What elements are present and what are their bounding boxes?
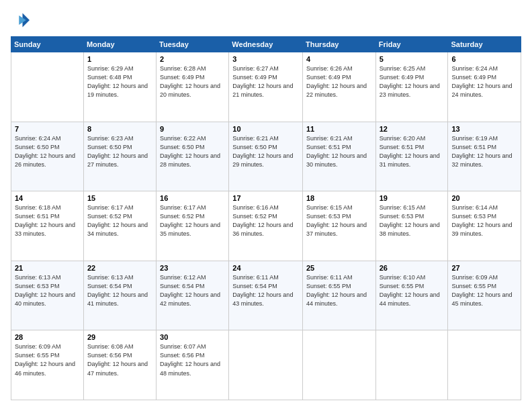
- day-info: Sunrise: 6:26 AMSunset: 6:49 PMDaylight:…: [306, 65, 367, 98]
- calendar-week-row: 21 Sunrise: 6:13 AMSunset: 6:53 PMDaylig…: [11, 261, 521, 330]
- day-number: 3: [232, 55, 299, 63]
- calendar-cell: 18 Sunrise: 6:15 AMSunset: 6:53 PMDaylig…: [302, 191, 375, 261]
- day-number: 9: [160, 125, 225, 133]
- calendar-cell: 26 Sunrise: 6:10 AMSunset: 6:55 PMDaylig…: [375, 261, 448, 330]
- day-info: Sunrise: 6:11 AMSunset: 6:55 PMDaylight:…: [306, 274, 367, 307]
- calendar-cell: 17 Sunrise: 6:16 AMSunset: 6:52 PMDaylig…: [229, 191, 303, 261]
- day-info: Sunrise: 6:28 AMSunset: 6:49 PMDaylight:…: [160, 65, 220, 98]
- calendar-cell: 2 Sunrise: 6:28 AMSunset: 6:49 PMDayligh…: [157, 52, 229, 122]
- day-info: Sunrise: 6:09 AMSunset: 6:55 PMDaylight:…: [451, 274, 512, 307]
- calendar-week-row: 14 Sunrise: 6:18 AMSunset: 6:51 PMDaylig…: [11, 191, 521, 261]
- day-info: Sunrise: 6:22 AMSunset: 6:50 PMDaylight:…: [160, 135, 220, 168]
- day-number: 23: [160, 264, 225, 272]
- calendar-week-row: 1 Sunrise: 6:29 AMSunset: 6:48 PMDayligh…: [11, 52, 521, 122]
- calendar-cell: 22 Sunrise: 6:13 AMSunset: 6:54 PMDaylig…: [83, 261, 156, 330]
- calendar-cell: 29 Sunrise: 6:08 AMSunset: 6:56 PMDaylig…: [83, 330, 156, 400]
- day-number: 4: [306, 55, 372, 63]
- day-number: 29: [87, 333, 152, 341]
- day-info: Sunrise: 6:15 AMSunset: 6:53 PMDaylight:…: [306, 204, 367, 237]
- day-number: 25: [306, 264, 372, 272]
- day-number: 24: [232, 264, 299, 272]
- calendar-cell: 8 Sunrise: 6:23 AMSunset: 6:50 PMDayligh…: [83, 122, 156, 191]
- calendar-cell: 7 Sunrise: 6:24 AMSunset: 6:50 PMDayligh…: [11, 122, 84, 191]
- day-info: Sunrise: 6:21 AMSunset: 6:50 PMDaylight:…: [232, 135, 293, 168]
- day-number: 17: [232, 194, 299, 202]
- day-info: Sunrise: 6:20 AMSunset: 6:51 PMDaylight:…: [380, 135, 440, 168]
- calendar-cell: 6 Sunrise: 6:24 AMSunset: 6:49 PMDayligh…: [448, 52, 521, 122]
- day-info: Sunrise: 6:21 AMSunset: 6:51 PMDaylight:…: [306, 135, 367, 168]
- day-number: 5: [380, 55, 445, 63]
- day-number: 30: [160, 333, 225, 341]
- calendar-cell: 21 Sunrise: 6:13 AMSunset: 6:53 PMDaylig…: [11, 261, 84, 330]
- day-number: 1: [87, 55, 152, 63]
- day-number: 16: [160, 194, 225, 202]
- calendar-cell: 1 Sunrise: 6:29 AMSunset: 6:48 PMDayligh…: [83, 52, 156, 122]
- calendar-cell: [375, 330, 448, 400]
- day-number: 6: [451, 55, 517, 63]
- col-header-thursday: Thursday: [302, 37, 375, 52]
- day-info: Sunrise: 6:23 AMSunset: 6:50 PMDaylight:…: [87, 135, 148, 168]
- calendar-cell: [448, 330, 521, 400]
- calendar-table: SundayMondayTuesdayWednesdayThursdayFrid…: [11, 36, 521, 400]
- col-header-wednesday: Wednesday: [229, 37, 303, 52]
- day-info: Sunrise: 6:14 AMSunset: 6:53 PMDaylight:…: [451, 204, 512, 237]
- day-number: 14: [15, 194, 80, 202]
- day-info: Sunrise: 6:24 AMSunset: 6:49 PMDaylight:…: [451, 65, 512, 98]
- col-header-monday: Monday: [83, 37, 156, 52]
- day-number: 18: [306, 194, 372, 202]
- calendar-cell: 9 Sunrise: 6:22 AMSunset: 6:50 PMDayligh…: [157, 122, 229, 191]
- day-info: Sunrise: 6:17 AMSunset: 6:52 PMDaylight:…: [87, 204, 148, 237]
- calendar-cell: 10 Sunrise: 6:21 AMSunset: 6:50 PMDaylig…: [229, 122, 303, 191]
- calendar-cell: 3 Sunrise: 6:27 AMSunset: 6:49 PMDayligh…: [229, 52, 303, 122]
- logo: [11, 11, 32, 30]
- calendar-cell: 5 Sunrise: 6:25 AMSunset: 6:49 PMDayligh…: [375, 52, 448, 122]
- day-number: 8: [87, 125, 152, 133]
- calendar-cell: 27 Sunrise: 6:09 AMSunset: 6:55 PMDaylig…: [448, 261, 521, 330]
- day-info: Sunrise: 6:12 AMSunset: 6:54 PMDaylight:…: [160, 274, 220, 307]
- day-number: 19: [380, 194, 445, 202]
- day-number: 26: [380, 264, 445, 272]
- day-info: Sunrise: 6:08 AMSunset: 6:56 PMDaylight:…: [87, 343, 148, 376]
- day-number: 21: [15, 264, 80, 272]
- calendar-cell: 12 Sunrise: 6:20 AMSunset: 6:51 PMDaylig…: [375, 122, 448, 191]
- day-info: Sunrise: 6:25 AMSunset: 6:49 PMDaylight:…: [380, 65, 440, 98]
- day-info: Sunrise: 6:13 AMSunset: 6:54 PMDaylight:…: [87, 274, 148, 307]
- day-number: 2: [160, 55, 225, 63]
- calendar-cell: 14 Sunrise: 6:18 AMSunset: 6:51 PMDaylig…: [11, 191, 84, 261]
- day-number: 28: [15, 333, 80, 341]
- day-number: 27: [451, 264, 517, 272]
- day-number: 20: [451, 194, 517, 202]
- col-header-saturday: Saturday: [448, 37, 521, 52]
- calendar-cell: 28 Sunrise: 6:09 AMSunset: 6:55 PMDaylig…: [11, 330, 84, 400]
- day-info: Sunrise: 6:16 AMSunset: 6:52 PMDaylight:…: [232, 204, 293, 237]
- header-row: SundayMondayTuesdayWednesdayThursdayFrid…: [11, 37, 521, 52]
- calendar-cell: 24 Sunrise: 6:11 AMSunset: 6:54 PMDaylig…: [229, 261, 303, 330]
- day-info: Sunrise: 6:19 AMSunset: 6:51 PMDaylight:…: [451, 135, 512, 168]
- calendar-cell: 19 Sunrise: 6:15 AMSunset: 6:53 PMDaylig…: [375, 191, 448, 261]
- calendar-cell: [229, 330, 303, 400]
- page: SundayMondayTuesdayWednesdayThursdayFrid…: [0, 0, 532, 411]
- calendar-cell: 23 Sunrise: 6:12 AMSunset: 6:54 PMDaylig…: [157, 261, 229, 330]
- header: [11, 11, 521, 30]
- day-info: Sunrise: 6:27 AMSunset: 6:49 PMDaylight:…: [232, 65, 293, 98]
- calendar-cell: [302, 330, 375, 400]
- calendar-cell: 11 Sunrise: 6:21 AMSunset: 6:51 PMDaylig…: [302, 122, 375, 191]
- calendar-cell: [11, 52, 84, 122]
- calendar-cell: 20 Sunrise: 6:14 AMSunset: 6:53 PMDaylig…: [448, 191, 521, 261]
- calendar-cell: 16 Sunrise: 6:17 AMSunset: 6:52 PMDaylig…: [157, 191, 229, 261]
- day-info: Sunrise: 6:24 AMSunset: 6:50 PMDaylight:…: [15, 135, 75, 168]
- calendar-cell: 25 Sunrise: 6:11 AMSunset: 6:55 PMDaylig…: [302, 261, 375, 330]
- logo-icon: [11, 11, 30, 30]
- day-info: Sunrise: 6:29 AMSunset: 6:48 PMDaylight:…: [87, 65, 148, 98]
- day-info: Sunrise: 6:07 AMSunset: 6:56 PMDaylight:…: [160, 343, 220, 376]
- calendar-cell: 4 Sunrise: 6:26 AMSunset: 6:49 PMDayligh…: [302, 52, 375, 122]
- day-number: 7: [15, 125, 80, 133]
- day-info: Sunrise: 6:11 AMSunset: 6:54 PMDaylight:…: [232, 274, 293, 307]
- day-number: 22: [87, 264, 152, 272]
- col-header-tuesday: Tuesday: [157, 37, 229, 52]
- col-header-sunday: Sunday: [11, 37, 84, 52]
- day-info: Sunrise: 6:09 AMSunset: 6:55 PMDaylight:…: [15, 343, 75, 376]
- day-number: 13: [451, 125, 517, 133]
- day-number: 15: [87, 194, 152, 202]
- day-info: Sunrise: 6:10 AMSunset: 6:55 PMDaylight:…: [380, 274, 440, 307]
